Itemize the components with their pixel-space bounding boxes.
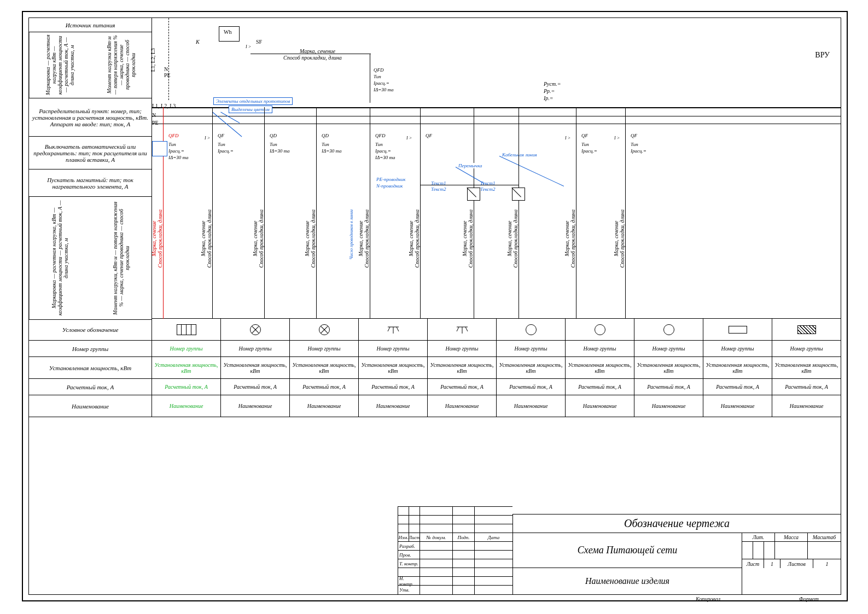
cell-current-10: Расчетный ток, А bbox=[772, 379, 841, 395]
idelta-top: IΔ=30 mа bbox=[374, 87, 394, 92]
cell-name-9: Наименование bbox=[703, 395, 772, 417]
cell-current-4: Расчетный ток, А bbox=[359, 379, 428, 395]
cell-group-8: Номер группы bbox=[634, 341, 703, 356]
row-power: Установленная мощность, кВт Установленна… bbox=[29, 357, 841, 379]
cell-power-9: Установленная мощность, кВт bbox=[703, 357, 772, 378]
col10-igt: I > bbox=[614, 136, 620, 141]
cell-group-7: Номер группы bbox=[566, 341, 634, 356]
tb-sheets-n: 1 bbox=[813, 559, 841, 568]
row-current: Расчетный ток, А Расчетный ток, А Расчет… bbox=[29, 379, 841, 395]
legend-split1-right: Момент нагрузки кВт·м — потеря напряжени… bbox=[91, 32, 152, 98]
tb-lit: Лит. bbox=[742, 533, 775, 542]
legend-split1-left: Маркировка — расчетная нагрузка кВт — ко… bbox=[29, 32, 91, 98]
col5-qfd: QFD bbox=[375, 133, 386, 138]
col6-igt: I > bbox=[406, 136, 412, 141]
cell-name-7: Наименование bbox=[566, 395, 634, 417]
highlighted-note: Выделены цветом bbox=[229, 106, 272, 113]
tb-sheet: Лист bbox=[742, 559, 764, 568]
legend-split-2: Маркировка — расчетная нагрузка, кВт — к… bbox=[29, 197, 152, 320]
cell-name-5: Наименование bbox=[428, 395, 497, 417]
rev-tkontr: Т. контр. bbox=[398, 559, 420, 568]
col1-qfd: QFD bbox=[168, 133, 179, 138]
col6-qf: QF bbox=[426, 133, 432, 138]
cell-name-10: Наименование bbox=[772, 395, 841, 417]
col1-cable: Марка, сечение Способ прокладки, длина bbox=[151, 209, 163, 268]
sym-cross-2-icon bbox=[290, 319, 359, 340]
col10-irasc: Iрасц.= bbox=[631, 148, 646, 154]
col9-igt: I > bbox=[565, 136, 570, 141]
sym-rect-icon bbox=[703, 319, 772, 340]
cell-power-6: Установленная мощность, кВт bbox=[497, 357, 566, 378]
legend-breaker: Выключатель автоматический или предохран… bbox=[29, 137, 152, 169]
row-group: Номер группы Номер группы Номер группы Н… bbox=[29, 341, 841, 357]
rowhead-group: Номер группы bbox=[29, 341, 152, 356]
col2-irasc: Iрасц.= bbox=[218, 148, 234, 154]
cell-power-2: Установленная мощность, кВт bbox=[221, 357, 290, 378]
cell-power-5: Установленная мощность, кВт bbox=[428, 357, 497, 378]
legend-split2-left: Маркировка — расчетная нагрузка, кВт — к… bbox=[29, 197, 91, 319]
jumper-note: Перемычка bbox=[458, 163, 482, 168]
col5-irasc: Iрасц.= bbox=[375, 148, 391, 154]
col7-cable: Марка, сечение Способ прокладки, длина bbox=[462, 209, 474, 268]
tb-scale: Масштаб bbox=[808, 533, 841, 542]
cell-current-3: Расчетный ток, А bbox=[290, 379, 359, 395]
cell-name-6: Наименование bbox=[497, 395, 566, 417]
col2-tun: Тип bbox=[218, 142, 225, 147]
col3-cable: Марка, сечение Способ прокладки, длина bbox=[252, 209, 264, 268]
col10-cable: Марка, сечение Способ прокладки, длина bbox=[613, 209, 625, 268]
cell-current-6: Расчетный ток, А bbox=[497, 379, 566, 395]
title-block: Обозначение чертежа Схема Питающей сети … bbox=[512, 514, 841, 594]
col4-cable: Марка, сечение Способ прокладки, длина bbox=[304, 209, 316, 268]
sym-outlet-1-icon bbox=[359, 319, 428, 340]
cell-group-9: Номер группы bbox=[703, 341, 772, 356]
tb-sheets: Листов bbox=[780, 559, 813, 568]
rev-list: Лист bbox=[409, 533, 420, 541]
row-name: Наименование Наименование Наименование Н… bbox=[29, 395, 841, 417]
cell-power-7: Установленная мощность, кВт bbox=[566, 357, 634, 378]
cell-power-10: Установленная мощность, кВт bbox=[772, 357, 841, 378]
sf-label: SF bbox=[256, 39, 262, 45]
svg-line-3 bbox=[397, 327, 399, 331]
legend-starter: Пускатель магнитный: тип; ток нагревател… bbox=[29, 169, 152, 197]
tb-sheet-n: 1 bbox=[764, 559, 780, 568]
cell-group-6: Номер группы bbox=[497, 341, 566, 356]
tb-designation: Обозначение чертежа bbox=[513, 514, 841, 533]
tb-mass: Масса bbox=[775, 533, 808, 542]
col4-idelta: IΔ=30 mа bbox=[322, 148, 342, 154]
text2-a: Текст2 bbox=[431, 186, 446, 192]
cell-group-1: Номер группы bbox=[152, 341, 221, 356]
rev-podp: Подп. bbox=[453, 533, 475, 541]
col5-idelta: IΔ=30 mа bbox=[375, 155, 395, 160]
cable-line-note: Кабельная линия bbox=[502, 152, 537, 157]
sym-board-icon bbox=[152, 319, 221, 340]
bus-label-pe: PE bbox=[152, 120, 159, 126]
cell-current-1: Расчетный ток, А bbox=[152, 379, 221, 395]
qfd-top: QFD bbox=[374, 67, 384, 73]
cell-group-3: Номер группы bbox=[290, 341, 359, 356]
col2-cable: Марка, сечение Способ прокладки, длина bbox=[200, 209, 212, 268]
cell-current-9: Расчетный ток, А bbox=[703, 379, 772, 395]
rowhead-current: Расчетный ток, А bbox=[29, 379, 152, 395]
col2-qf: QF bbox=[218, 133, 224, 138]
cell-group-4: Номер группы bbox=[359, 341, 428, 356]
col8-cable: Марка, сечение Способ прокладки, длина bbox=[506, 209, 519, 268]
col2-igt: I > bbox=[205, 136, 210, 141]
col9-irasc: Iрасц.= bbox=[581, 148, 597, 154]
row-symbol: Условное обозначение bbox=[29, 319, 841, 341]
cell-power-8: Установленная мощность, кВт bbox=[634, 357, 703, 378]
cell-group-2: Номер группы bbox=[221, 341, 290, 356]
rev-razrab: Разраб. bbox=[398, 542, 420, 550]
cell-name-3: Наименование bbox=[290, 395, 359, 417]
col9-cable: Марка, сечение Способ прокладки, длина bbox=[564, 209, 576, 268]
bus-top-pe: PE bbox=[164, 72, 171, 78]
cell-group-10: Номер группы bbox=[772, 341, 841, 356]
col5-tun: Тип bbox=[375, 142, 383, 147]
revision-block: Изм. Лист № докум. Подп. Дата Разраб. Пр… bbox=[398, 506, 512, 594]
i-p: Iр.= bbox=[544, 95, 554, 101]
sym-circle-3-icon bbox=[634, 319, 703, 340]
cell-power-4: Установленная мощность, кВт bbox=[359, 357, 428, 378]
text2-b: Текст2 bbox=[480, 186, 496, 192]
rev-izm: Изм. bbox=[398, 533, 409, 541]
cell-current-8: Расчетный ток, А bbox=[634, 379, 703, 395]
wh-label: Wh bbox=[224, 29, 231, 35]
